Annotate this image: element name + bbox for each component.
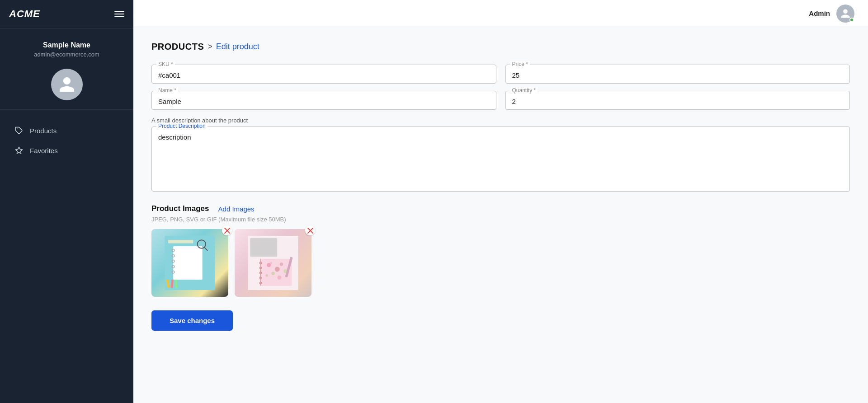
description-label: Product Description [156,123,208,129]
sidebar-item-favorites[interactable]: Favorites [0,141,133,160]
images-hint: JPEG, PNG, SVG or GIF (Maximum file size… [151,216,850,223]
user-name: Sample Name [43,41,90,49]
remove-image-1-button[interactable] [222,225,232,235]
sku-input[interactable] [158,70,490,79]
image-thumb-1 [151,229,228,297]
svg-marker-1 [16,147,23,154]
breadcrumb-products: PRODUCTS [151,42,204,52]
sidebar: ACME Sample Name admin@ecommerce.com Pro… [0,0,133,403]
save-changes-button[interactable]: Save changes [151,310,233,331]
sku-label: SKU * [156,61,175,67]
description-hint: A small description about the product [151,117,850,124]
sku-field: SKU * [151,65,496,84]
images-header: Product Images Add Images [151,204,850,213]
add-images-button[interactable]: Add Images [218,205,255,213]
name-field: Name * [151,91,496,110]
price-input[interactable] [512,70,844,79]
user-section: Sample Name admin@ecommerce.com [0,28,133,110]
svg-point-23 [270,262,273,264]
topbar: Admin [133,0,868,27]
svg-point-28 [277,276,281,280]
user-email: admin@ecommerce.com [34,51,99,58]
sidebar-item-favorites-label: Favorites [30,147,58,155]
topbar-username: Admin [809,9,830,17]
description-textarea[interactable]: description [158,131,843,186]
breadcrumb-current: Edit product [216,42,259,52]
svg-point-27 [271,272,274,275]
svg-rect-20 [251,239,276,255]
image-preview-1 [151,229,228,297]
sidebar-item-products[interactable]: Products [0,121,133,141]
main-area: Admin PRODUCTS > Edit product SKU * Pric… [133,0,868,403]
star-icon [14,146,24,155]
images-grid [151,229,850,297]
svg-point-29 [265,274,268,277]
online-indicator [849,18,854,22]
name-label: Name * [156,87,178,94]
sidebar-header: ACME [0,0,133,28]
name-input[interactable] [158,96,490,105]
page-content: PRODUCTS > Edit product SKU * Price * Na… [133,27,868,403]
image-thumb-2 [235,229,311,297]
images-title: Product Images [151,204,209,213]
quantity-input[interactable] [512,96,844,105]
hamburger-icon[interactable] [114,11,124,17]
remove-image-2-button[interactable] [305,225,315,235]
description-field: Product Description description [151,127,850,192]
sidebar-item-products-label: Products [30,127,57,135]
svg-rect-3 [168,240,193,243]
svg-rect-5 [173,246,203,280]
svg-point-25 [280,262,283,266]
breadcrumb: PRODUCTS > Edit product [151,42,850,52]
svg-point-24 [275,267,280,272]
image-preview-2 [235,229,311,297]
quantity-label: Quantity * [510,87,538,94]
logo-text: ACME [9,8,40,20]
price-label: Price * [510,61,530,67]
quantity-field: Quantity * [505,91,850,110]
breadcrumb-separator: > [208,42,212,52]
sidebar-nav: Products Favorites [0,110,133,171]
topbar-avatar [836,5,854,23]
avatar [51,69,83,100]
tag-icon [14,126,24,135]
images-section: Product Images Add Images JPEG, PNG, SVG… [151,204,850,297]
price-field: Price * [505,65,850,84]
sku-price-row: SKU * Price * [151,65,850,84]
name-quantity-row: Name * Quantity * [151,91,850,110]
